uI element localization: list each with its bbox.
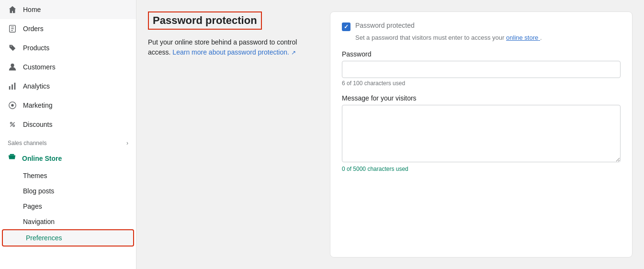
online-store-icon: [8, 153, 16, 163]
message-textarea[interactable]: [342, 105, 621, 162]
svg-point-6: [11, 123, 12, 124]
tag-icon: [8, 43, 17, 53]
sidebar-label-marketing: Marketing: [23, 101, 52, 109]
sidebar-label-discounts: Discounts: [23, 121, 52, 128]
marketing-icon: [8, 101, 17, 110]
sidebar: Home Orders Products Customers Analytics…: [0, 0, 136, 269]
password-label: Password: [342, 50, 621, 58]
svg-rect-2: [9, 86, 11, 90]
sidebar-item-discounts[interactable]: Discounts: [0, 115, 136, 134]
svg-rect-4: [14, 83, 16, 90]
sidebar-item-pages[interactable]: Pages: [0, 199, 136, 214]
orders-icon: [8, 24, 17, 34]
checkmark-icon: ✓: [344, 23, 349, 30]
sidebar-label-orders: Orders: [23, 25, 44, 33]
svg-point-7: [13, 125, 15, 127]
description-text: Put your online store behind a password …: [148, 37, 318, 57]
sidebar-label-preferences: Preferences: [26, 234, 62, 242]
online-store-link-text: online store: [506, 34, 538, 41]
checkbox-description: Set a password that visitors must enter …: [355, 33, 621, 43]
checkbox-label: Password protected: [355, 22, 415, 29]
bar-chart-icon: [8, 81, 17, 91]
sidebar-item-themes[interactable]: Themes: [0, 168, 136, 183]
sidebar-item-analytics[interactable]: Analytics: [0, 77, 136, 96]
message-label: Message for your visitors: [342, 94, 621, 102]
sidebar-label-online-store: Online Store: [22, 155, 62, 162]
external-link-icon: ↗: [291, 49, 296, 56]
expand-icon[interactable]: ›: [126, 140, 128, 146]
page-title-wrapper: Password protection: [148, 11, 262, 30]
password-protection-card: ✓ Password protected Set a password that…: [330, 11, 633, 258]
learn-more-link[interactable]: Learn more about password protection. ↗: [172, 48, 295, 56]
learn-more-text: Learn more about password protection.: [172, 48, 289, 56]
checkbox-desc-text: Set a password that visitors must enter …: [355, 34, 504, 41]
sidebar-label-home: Home: [23, 6, 41, 13]
sidebar-label-navigation: Navigation: [23, 218, 55, 225]
person-icon: [8, 62, 17, 72]
sidebar-label-analytics: Analytics: [23, 82, 50, 90]
password-char-count: 6 of 100 characters used: [342, 80, 621, 87]
left-panel: Password protection Put your online stor…: [148, 11, 330, 258]
sidebar-item-orders[interactable]: Orders: [0, 19, 136, 38]
sidebar-label-pages: Pages: [23, 202, 42, 210]
discounts-icon: [8, 120, 17, 129]
sidebar-item-navigation[interactable]: Navigation: [0, 214, 136, 229]
sidebar-item-customers[interactable]: Customers: [0, 57, 136, 77]
page-title: Password protection: [153, 14, 257, 27]
sidebar-item-products[interactable]: Products: [0, 38, 136, 57]
sidebar-label-blog-posts: Blog posts: [23, 187, 54, 195]
svg-rect-3: [11, 84, 13, 90]
sidebar-label-products: Products: [23, 44, 49, 52]
sales-channels-label: Sales channels: [8, 140, 46, 146]
sales-channels-section: Sales channels ›: [0, 134, 136, 148]
sidebar-item-blog-posts[interactable]: Blog posts: [0, 183, 136, 199]
home-icon: [8, 5, 17, 14]
sidebar-item-online-store[interactable]: Online Store: [0, 148, 136, 168]
message-char-count: 0 of 5000 characters used: [342, 166, 621, 172]
sidebar-label-themes: Themes: [23, 172, 47, 179]
sidebar-item-home[interactable]: Home: [0, 0, 136, 19]
main-content: Password protection Put your online stor…: [136, 0, 644, 269]
password-protected-checkbox[interactable]: ✓: [342, 22, 350, 31]
sidebar-item-preferences[interactable]: Preferences: [2, 229, 134, 247]
online-store-link[interactable]: online store: [506, 34, 540, 41]
checkbox-row: ✓ Password protected: [342, 22, 621, 31]
sidebar-item-marketing[interactable]: Marketing: [0, 96, 136, 115]
svg-point-1: [11, 64, 14, 67]
password-input[interactable]: [342, 61, 621, 78]
checkbox-desc-end: .: [540, 34, 542, 41]
sidebar-label-customers: Customers: [23, 63, 56, 71]
